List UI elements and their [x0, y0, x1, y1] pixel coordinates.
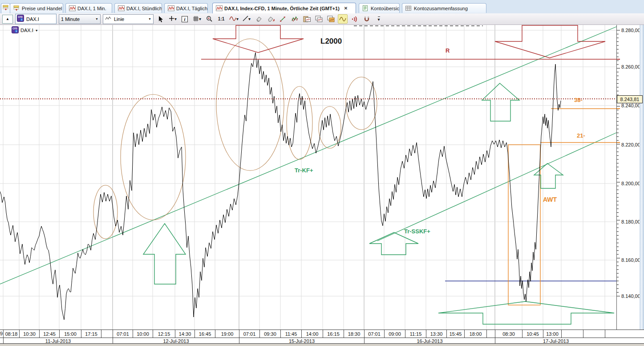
info-icon[interactable]: i	[180, 14, 190, 24]
cfd-badge-icon: CFDi	[12, 26, 19, 34]
date-axis: 11-Jul-2013 12-Jul-2013 15-Jul-2013 16-J…	[0, 338, 644, 344]
price-axis[interactable]: 8.280,008.260,008.240,008.220,008.200,00…	[616, 25, 640, 330]
template-chart-icon[interactable]	[326, 14, 336, 24]
ellipse-annotation[interactable]	[287, 86, 312, 159]
tab-mini[interactable]	[1, 3, 10, 13]
collapse-panel-button[interactable]: ▲	[2, 15, 13, 24]
layers-icon	[13, 5, 20, 11]
add-object-button[interactable]: ▾	[168, 14, 178, 24]
time-cell: 16:45	[194, 330, 215, 338]
up-arrow-annotation[interactable]	[482, 83, 519, 121]
tab-label: Preise und Handel	[22, 6, 62, 11]
line-chart-type-icon	[105, 16, 112, 22]
ellipse-annotation[interactable]	[121, 94, 186, 220]
label-tr-sskf[interactable]: Tr-SSKF+	[404, 228, 430, 235]
cfd-badge-icon: CFDi	[17, 15, 24, 24]
time-cell: 08:18	[3, 330, 19, 338]
down-arrow-annotation[interactable]	[213, 25, 304, 53]
svg-text:CFD: CFD	[12, 27, 17, 30]
chevron-down-icon: ▼	[95, 17, 98, 20]
up-arrow-annotation[interactable]	[369, 232, 418, 255]
more-tools-button[interactable]: ▾	[374, 14, 384, 24]
time-cell: 17:15	[81, 330, 101, 338]
up-arrow-annotation[interactable]	[143, 224, 186, 284]
indicator-button[interactable]: ▾	[228, 14, 239, 24]
line-tool-button[interactable]: ▾	[242, 14, 251, 24]
eraser-all-icon[interactable]: A	[266, 14, 275, 24]
alerts-icon[interactable]	[350, 14, 360, 24]
time-cell: 08:30	[495, 330, 522, 338]
chevron-down-icon: ▼	[148, 17, 151, 20]
label-awt[interactable]: AWT	[543, 196, 557, 203]
time-cell: 10:00	[133, 330, 153, 338]
price-chart[interactable]	[0, 0, 644, 346]
ellipse-annotation[interactable]	[93, 185, 117, 239]
pointer-icon[interactable]	[156, 14, 166, 24]
date-cell: 15-Jul-2013	[239, 338, 364, 344]
label-fib38[interactable]: 38-	[574, 97, 583, 103]
price-axis-label: 8.220,00	[621, 142, 640, 147]
time-cell: 13:30	[426, 330, 446, 338]
active-indicator-icon[interactable]	[338, 14, 348, 24]
eraser-icon[interactable]	[254, 14, 263, 24]
up-arrow-annotation[interactable]	[534, 163, 563, 188]
price-axis-label: 8.280,00	[621, 28, 640, 33]
date-cell: 11-Jul-2013	[3, 338, 113, 344]
time-axis[interactable]: 9 08:18 10:30 12:45 15:00 17:15 07:01 10…	[0, 330, 644, 338]
label-r[interactable]: R	[446, 47, 450, 54]
page-table-icon	[405, 5, 412, 11]
time-cell	[101, 330, 113, 338]
trend-kf-line[interactable]	[0, 27, 616, 284]
date-cell: 16-Jul-2013	[364, 338, 495, 344]
zoom-icon[interactable]	[204, 14, 214, 24]
plus-icon	[169, 16, 174, 22]
tab[interactable]: DAX.I, Stündlich	[114, 3, 162, 13]
trend-sskf-line[interactable]	[377, 133, 616, 241]
price-axis-label: 8.260,00	[621, 64, 640, 69]
tab-label: DAX.I, Index-CFD, 1 Minute, Örtliche Zei…	[224, 6, 340, 11]
ellipse-annotation[interactable]	[216, 39, 284, 171]
close-icon[interactable]: ✕	[343, 6, 348, 11]
chart-icon	[216, 5, 223, 11]
tab[interactable]: Preise und Handel	[10, 3, 63, 13]
resize-icon[interactable]	[278, 14, 288, 24]
tab-label: DAX.I, Stündlich	[126, 6, 162, 11]
time-cell: 18:00	[464, 330, 486, 338]
page-green-icon	[362, 5, 369, 11]
tab[interactable]: DAX.I, Täglich	[164, 3, 208, 13]
indicator-icon	[229, 16, 236, 22]
copy-chart-icon[interactable]	[314, 14, 324, 24]
tab-label: Kontoübersicht	[371, 6, 400, 11]
one-to-one-button[interactable]: 1:1	[216, 14, 226, 24]
time-cell: 15:00	[59, 330, 81, 338]
time-cell: 19:00	[215, 330, 239, 338]
tab[interactable]: DAX.I, Index-CFD, 1 Minute, Örtliche Zei…	[212, 3, 356, 13]
period-dropdown[interactable]: 1 Minute▼	[59, 14, 101, 24]
chart-icon	[118, 5, 125, 11]
chart-legend[interactable]: CFDi DAX.I ▼	[12, 26, 38, 34]
label-l2000[interactable]: L2000	[320, 37, 342, 46]
label-fib21[interactable]: 21-	[577, 132, 585, 139]
grid-button[interactable]: ▾	[192, 14, 202, 24]
tab[interactable]: Kontoübersicht	[359, 3, 400, 13]
time-cell: 12:45	[39, 330, 59, 338]
price-axis-label: 8.200,00	[621, 181, 640, 186]
label-tr-kf[interactable]: Tr-KF+	[295, 167, 313, 174]
paste-chart-icon[interactable]	[302, 14, 312, 24]
price-axis-label: 8.240,00	[621, 103, 640, 108]
time-cell	[486, 330, 495, 338]
window-edge-strip	[640, 25, 644, 330]
symbol-input[interactable]	[25, 16, 55, 22]
time-cell: 10:30	[19, 330, 39, 338]
chart-type-dropdown[interactable]: Linie▼	[103, 14, 154, 24]
magnet-icon[interactable]	[362, 14, 372, 24]
tab[interactable]: DAX.I, 1 Min.	[65, 3, 112, 13]
line-tool-icon	[243, 16, 248, 22]
tab-label: DAX.I, 1 Min.	[77, 6, 106, 11]
chevron-down-icon: ▼	[35, 29, 38, 32]
zigzag-icon[interactable]	[290, 14, 300, 24]
date-cell: 17-Jul-2013	[495, 338, 616, 344]
svg-text:CFD: CFD	[18, 16, 23, 18]
tab[interactable]: Kontozusammenfassung	[402, 3, 486, 13]
legend-symbol: DAX.I	[20, 28, 33, 33]
